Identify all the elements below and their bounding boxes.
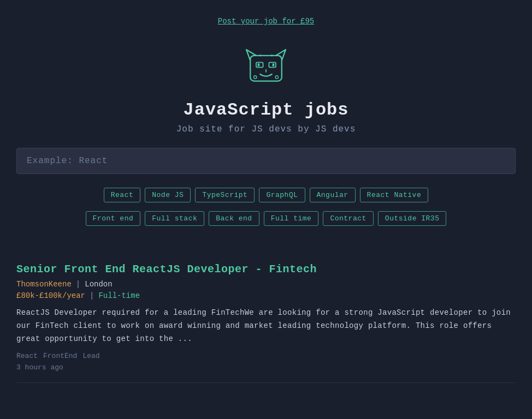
tag-outside-ir35[interactable]: Outside IR35 [378, 211, 447, 226]
job-card: Senior Front End ReactJS Developer - Fin… [16, 255, 516, 383]
job-salary: £80k-£100k/year [16, 291, 85, 300]
svg-rect-0 [250, 56, 282, 81]
meta-separator: | [76, 280, 80, 289]
job-tag-frontend: FrontEnd [43, 352, 77, 360]
tag-row-2: Front end Full stack Back end [86, 211, 259, 226]
post-job-link[interactable]: Post your job for £95 [218, 17, 314, 26]
svg-point-7 [275, 76, 278, 79]
site-title: JavaScript jobs [16, 100, 516, 120]
search-input[interactable] [27, 156, 505, 166]
tag-typescript[interactable]: TypeScript [195, 188, 255, 202]
job-description: ReactJS Developer required for a leading… [16, 307, 516, 345]
svg-point-8 [259, 55, 261, 57]
tag-back-end[interactable]: Back end [209, 211, 259, 226]
job-location: London [85, 280, 112, 289]
job-tag-react: React [16, 352, 38, 360]
tag-nodejs[interactable]: Node JS [145, 188, 191, 202]
site-subtitle: Job site for JS devs by JS devs [16, 124, 516, 134]
job-tags-line: React FrontEnd Lead [16, 352, 516, 360]
tag-graphql[interactable]: GraphQL [259, 188, 305, 202]
tags-container: React Node JS TypeScript GraphQL Angular… [16, 188, 516, 230]
svg-rect-2 [258, 63, 260, 66]
tag-react-native[interactable]: React Native [360, 188, 429, 202]
job-tag-lead: Lead [82, 352, 99, 360]
svg-point-6 [254, 76, 257, 79]
tag-angular[interactable]: Angular [310, 188, 356, 202]
page-container: Post your job for £95 [0, 0, 532, 394]
tag-full-time[interactable]: Full time [264, 211, 319, 226]
svg-rect-4 [273, 63, 275, 66]
company-name: ThomsonKeene [16, 280, 72, 289]
job-posted-time: 3 hours ago [16, 363, 516, 372]
tag-full-stack[interactable]: Full stack [145, 211, 204, 226]
salary-separator: | [90, 291, 94, 300]
svg-point-9 [271, 55, 273, 57]
search-container [16, 148, 516, 174]
site-logo [241, 40, 291, 89]
tag-front-end[interactable]: Front end [86, 211, 141, 226]
tag-row-1: React Node JS TypeScript GraphQL Angular… [104, 188, 428, 202]
top-link-bar: Post your job for £95 [16, 11, 516, 34]
salary-line: £80k-£100k/year | Full-time [16, 291, 516, 300]
job-meta-line: ThomsonKeene | London [16, 280, 516, 289]
tag-row-3: Full time Contract Outside IR35 [264, 211, 447, 226]
jobs-list: Senior Front End ReactJS Developer - Fin… [16, 249, 516, 383]
logo-container [16, 40, 516, 89]
tag-react[interactable]: React [104, 188, 141, 202]
job-type: Full-time [98, 291, 140, 300]
job-title[interactable]: Senior Front End ReactJS Developer - Fin… [16, 263, 516, 276]
tag-contract[interactable]: Contract [323, 211, 373, 226]
